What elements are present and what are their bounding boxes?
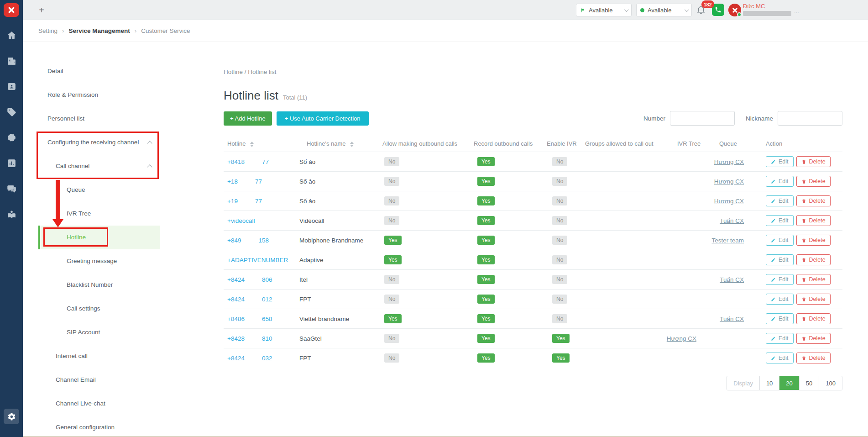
edit-button[interactable]: Edit — [766, 215, 794, 226]
delete-button[interactable]: Delete — [796, 274, 831, 285]
queue-link[interactable]: Tuấn CX — [720, 276, 744, 283]
edit-button[interactable]: Edit — [766, 176, 794, 187]
queue-cell — [701, 250, 748, 270]
target-icon[interactable] — [0, 133, 23, 142]
page-size-option[interactable]: 20 — [779, 376, 799, 390]
edit-button[interactable]: Edit — [766, 195, 794, 206]
hotline-number-link[interactable]: +841877 — [227, 158, 269, 165]
edit-button[interactable]: Edit — [766, 274, 794, 285]
queue-link[interactable]: Tuấn CX — [720, 217, 744, 224]
page-size-option[interactable]: 10 — [760, 376, 779, 390]
menu-item[interactable]: Personnel list — [38, 107, 160, 131]
edit-button[interactable]: Edit — [766, 156, 794, 167]
ivr-tree-cell — [659, 231, 701, 250]
breadcrumb-item[interactable]: Customer Service — [141, 27, 190, 34]
ivr-tree-cell — [659, 290, 701, 309]
edit-button[interactable]: Edit — [766, 353, 794, 363]
menu-item[interactable]: General configuration — [38, 416, 160, 437]
delete-button[interactable]: Delete — [796, 235, 831, 246]
menu-item[interactable]: Internet call — [38, 344, 160, 368]
allow-outbound-cell: No — [379, 191, 470, 211]
table-row: +8428810 SaaGtel No Yes Yes Hương CX Edi… — [224, 329, 842, 348]
edit-button[interactable]: Edit — [766, 254, 794, 265]
avatar[interactable] — [728, 4, 741, 16]
chat-icon[interactable] — [0, 184, 23, 194]
page-size-option[interactable]: 100 — [819, 376, 842, 390]
call-status-dropdown[interactable]: Available — [636, 4, 692, 16]
number-filter-input[interactable] — [670, 111, 735, 126]
tag-icon[interactable] — [0, 107, 23, 117]
queue-link[interactable]: Hương CX — [714, 158, 744, 165]
home-icon[interactable] — [0, 31, 23, 40]
ivr-tree-link[interactable]: Hương CX — [667, 335, 696, 342]
company-icon[interactable] — [0, 56, 23, 66]
page-size-option[interactable]: 50 — [800, 376, 819, 390]
delete-button[interactable]: Delete — [796, 176, 831, 187]
new-tab-button[interactable]: + — [36, 4, 47, 16]
hotline-number-link[interactable]: +8428810 — [227, 335, 272, 342]
menu-item[interactable]: SIP Account — [38, 321, 160, 344]
menu-item[interactable]: Call settings — [38, 297, 160, 321]
menu-item[interactable]: Call channel — [38, 154, 160, 178]
chevron-down-icon — [624, 7, 629, 12]
delete-button[interactable]: Delete — [796, 156, 831, 167]
menu-item[interactable]: Queue — [38, 178, 160, 202]
edit-button[interactable]: Edit — [766, 313, 794, 324]
menu-item[interactable]: IVR Tree — [38, 202, 160, 226]
delete-button[interactable]: Delete — [796, 195, 831, 206]
menu-item[interactable]: Greeting message — [38, 249, 160, 273]
delete-button[interactable]: Delete — [796, 353, 831, 363]
queue-link[interactable]: Tester team — [711, 237, 744, 244]
reports-icon[interactable] — [0, 158, 23, 168]
action-cell: Edit Delete — [748, 152, 842, 172]
edit-button[interactable]: Edit — [766, 294, 794, 305]
edit-button[interactable]: Edit — [766, 235, 794, 246]
user-ellipsis: ... — [794, 8, 799, 15]
page-title: Hotline list — [224, 89, 278, 103]
menu-item[interactable]: Channel Live-chat — [38, 392, 160, 416]
hotline-number-link[interactable]: +8424012 — [227, 296, 272, 303]
knowledge-icon[interactable] — [0, 210, 23, 219]
queue-link[interactable]: Tuấn CX — [720, 316, 744, 322]
menu-item[interactable]: Channel Email — [38, 368, 160, 392]
hotline-number-link[interactable]: +8486658 — [227, 316, 272, 322]
add-hotline-button[interactable]: + Add Hotline — [224, 111, 272, 126]
groups-cell — [581, 211, 659, 231]
column-header[interactable]: Hotline's name — [296, 136, 379, 152]
app-logo[interactable] — [4, 3, 19, 17]
menu-item[interactable]: Hotline — [38, 226, 160, 249]
contacts-icon[interactable] — [0, 82, 23, 91]
delete-button[interactable]: Delete — [796, 313, 831, 324]
queue-cell — [701, 290, 748, 309]
nickname-filter-input[interactable] — [778, 111, 842, 126]
delete-button[interactable]: Delete — [796, 254, 831, 265]
hotline-number-link[interactable]: +849158 — [227, 237, 269, 244]
edit-button[interactable]: Edit — [766, 333, 794, 344]
hotline-number-link[interactable]: +videocall — [227, 217, 255, 224]
menu-item[interactable]: Role & Permission — [38, 83, 160, 107]
hotline-number-link[interactable]: +1977 — [227, 198, 262, 205]
delete-button[interactable]: Delete — [796, 215, 831, 226]
menu-item[interactable]: Blacklist Number — [38, 273, 160, 297]
menu-item[interactable]: Configuring the receiving channel — [38, 131, 160, 154]
trash-icon — [801, 297, 806, 302]
column-header[interactable]: Hotline — [224, 136, 296, 152]
agent-status-dropdown[interactable]: Available — [576, 4, 632, 16]
allow-outbound-cell: Yes — [379, 231, 470, 250]
queue-link[interactable]: Hương CX — [714, 198, 744, 205]
menu-item[interactable]: Detail — [38, 59, 160, 83]
hotline-number-link[interactable]: +8424806 — [227, 276, 272, 283]
chevron-up-icon — [147, 141, 152, 146]
hotline-number-link[interactable]: +8424032 — [227, 355, 272, 362]
queue-link[interactable]: Hương CX — [714, 178, 744, 185]
delete-button[interactable]: Delete — [796, 294, 831, 305]
auto-carrier-detection-button[interactable]: + Use Auto Carrier Detection — [277, 111, 369, 126]
settings-icon[interactable] — [4, 409, 19, 424]
delete-button[interactable]: Delete — [796, 333, 831, 344]
hotline-number-link[interactable]: +1877 — [227, 178, 262, 185]
breadcrumb-item[interactable]: Service Management — [69, 27, 130, 34]
trash-icon — [801, 356, 806, 361]
breadcrumb-item[interactable]: Setting — [38, 27, 58, 34]
hotline-number-link[interactable]: +ADAPTIVENUMBER — [227, 257, 288, 263]
queue-cell — [701, 329, 748, 348]
